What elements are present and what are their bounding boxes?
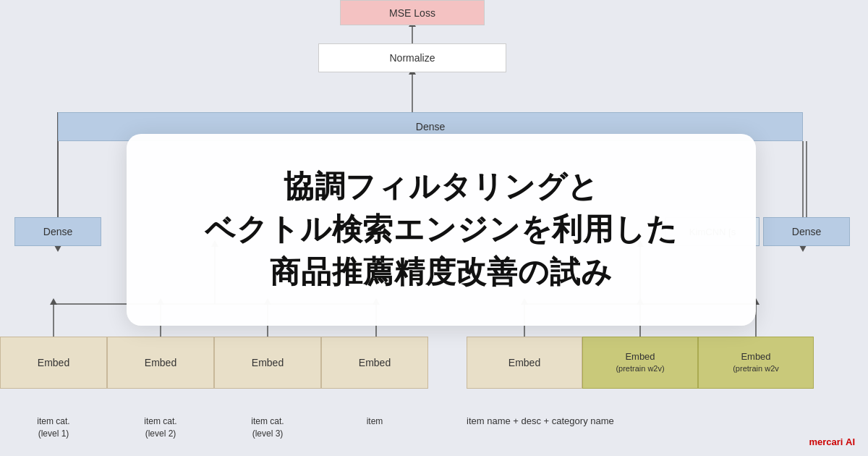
- embed-box-1: Embed: [0, 337, 107, 389]
- mercari-watermark: mercari AI: [809, 436, 855, 447]
- label-item: item: [321, 413, 428, 452]
- diagram-container: MSE Loss Normalize Dense Dense Dense Kim…: [0, 0, 868, 456]
- ai-text: AI: [846, 436, 855, 447]
- label-item-cat-1: item cat. (level 1): [0, 413, 107, 452]
- label-row-right: item name + desc + category name: [467, 413, 814, 452]
- svg-marker-6: [54, 245, 61, 252]
- embed-box-3: Embed: [214, 337, 321, 389]
- embed-row-right: Embed Embed (pretrain w2v) Embed (pretra…: [467, 337, 814, 389]
- dense-left-box: Dense: [14, 217, 101, 246]
- mse-loss-box: MSE Loss: [340, 0, 485, 25]
- svg-marker-12: [50, 298, 57, 305]
- dense-right-box: Dense: [763, 217, 850, 246]
- embed-box-2: Embed: [107, 337, 214, 389]
- embed-box-pretrain-2: Embed (pretrain w2v: [698, 337, 814, 389]
- label-item-name-desc: item name + desc + category name: [467, 413, 814, 452]
- embed-box-pretrain-1: Embed (pretrain w2v): [582, 337, 698, 389]
- embed-box-4: Embed: [321, 337, 428, 389]
- overlay-card: 協調フィルタリングと ベクトル検索エンジンを利用した 商品推薦精度改善の試み: [127, 134, 756, 326]
- svg-marker-9: [799, 245, 807, 252]
- label-item-cat-3: item cat. (level 3): [214, 413, 321, 452]
- embed-row-left: Embed Embed Embed Embed: [0, 337, 428, 389]
- embed-box-right-1: Embed: [467, 337, 582, 389]
- label-row-left: item cat. (level 1) item cat. (level 2) …: [0, 413, 428, 452]
- mercari-text: mercari: [809, 436, 843, 447]
- overlay-title: 協調フィルタリングと ベクトル検索エンジンを利用した 商品推薦精度改善の試み: [205, 166, 678, 293]
- normalize-box: Normalize: [318, 43, 506, 72]
- label-item-cat-2: item cat. (level 2): [107, 413, 214, 452]
